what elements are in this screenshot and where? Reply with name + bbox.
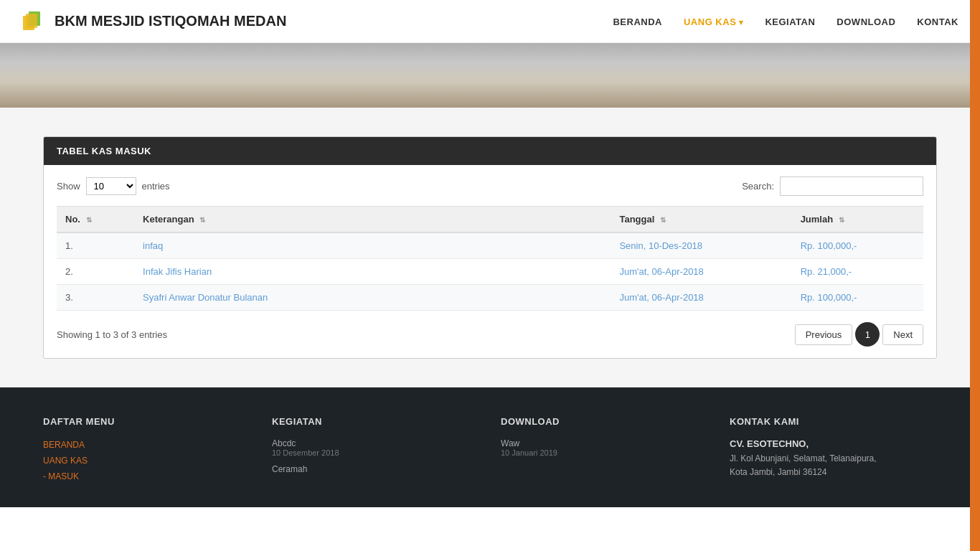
footer-menu-uangkas[interactable]: UANG KAS: [43, 456, 88, 466]
row1-jumlah: Rp. 100,000,-: [792, 232, 923, 259]
row1-keterangan[interactable]: infaq: [134, 232, 611, 259]
orange-sidebar: [970, 0, 980, 507]
footer-grid: DAFTAR MENU BERANDA UANG KAS - MASUK KEG…: [43, 416, 937, 486]
table-card: TABEL KAS MASUK Show 10 25 50 100 entrie…: [43, 136, 937, 359]
row1-no: 1.: [57, 232, 134, 259]
col-no: No. ⇅: [57, 207, 134, 233]
footer-menu-beranda[interactable]: BERANDA: [43, 440, 85, 450]
footer-download-1: Waw 10 Januari 2019: [501, 438, 708, 457]
dt-footer: Showing 1 to 3 of 3 entries Previous 1 N…: [57, 322, 923, 347]
footer-kontak-name: CV. ESOTECHNO,: [730, 438, 937, 449]
sort-icon-no[interactable]: ⇅: [86, 216, 92, 224]
row2-keterangan[interactable]: Infak Jifis Harian: [134, 259, 611, 285]
table-title: TABEL KAS MASUK: [57, 146, 151, 156]
table-header-row: No. ⇅ Keterangan ⇅ Tanggal ⇅ Jumlah: [57, 207, 923, 233]
dt-search-wrapper: Search:: [742, 176, 923, 196]
show-label: Show: [57, 181, 80, 192]
footer-event-1-title: Abcdc: [272, 438, 479, 448]
footer-menu-title: DAFTAR MENU: [43, 416, 250, 427]
row2-jumlah: Rp. 21,000,-: [792, 259, 923, 285]
footer-download-1-date: 10 Januari 2019: [501, 448, 708, 457]
footer-menu-item: UANG KAS: [43, 454, 250, 466]
nav-uang-kas[interactable]: UANG KAS: [684, 17, 743, 27]
footer-kegiatan-col: KEGIATAN Abcdc 10 Desember 2018 Ceramah: [272, 416, 479, 486]
brand-logo[interactable]: BKM MESJID ISTIQOMAH MEDAN: [22, 9, 286, 34]
next-button[interactable]: Next: [882, 324, 923, 345]
row3-tanggal: Jum'at, 06-Apr-2018: [611, 285, 791, 311]
row3-keterangan[interactable]: Syafri Anwar Donatur Bulanan: [134, 285, 611, 311]
sort-icon-keterangan[interactable]: ⇅: [199, 216, 205, 224]
nav-download[interactable]: DOWNLOAD: [837, 17, 895, 27]
dt-info: Showing 1 to 3 of 3 entries: [57, 329, 167, 340]
search-label: Search:: [742, 181, 774, 192]
col-jumlah: Jumlah ⇅: [792, 207, 923, 233]
table-card-body: Show 10 25 50 100 entries Search:: [44, 165, 936, 358]
entries-select[interactable]: 10 25 50 100: [86, 177, 136, 195]
site-footer: DAFTAR MENU BERANDA UANG KAS - MASUK KEG…: [0, 387, 980, 507]
footer-menu-item: - MASUK: [43, 470, 250, 481]
nav-beranda[interactable]: BERANDA: [613, 17, 662, 27]
footer-kontak-title: KONTAK KAMI: [730, 416, 937, 427]
row2-tanggal: Jum'at, 06-Apr-2018: [611, 259, 791, 285]
svg-rect-2: [26, 14, 37, 28]
table-row: 3. Syafri Anwar Donatur Bulanan Jum'at, …: [57, 285, 923, 311]
footer-menu-item: BERANDA: [43, 438, 250, 450]
entries-label: entries: [142, 181, 170, 192]
col-keterangan: Keterangan ⇅: [134, 207, 611, 233]
table-row: 1. infaq Senin, 10-Des-2018 Rp. 100,000,…: [57, 232, 923, 259]
footer-kegiatan-title: KEGIATAN: [272, 416, 479, 427]
footer-event-2: Ceramah: [272, 464, 479, 474]
footer-event-1: Abcdc 10 Desember 2018: [272, 438, 479, 457]
pagination: Previous 1 Next: [795, 322, 923, 347]
footer-menu-masuk[interactable]: - MASUK: [43, 471, 79, 481]
dt-show-wrapper: Show 10 25 50 100 entries: [57, 177, 170, 195]
data-table: No. ⇅ Keterangan ⇅ Tanggal ⇅ Jumlah: [57, 206, 923, 311]
logo-icon: [22, 9, 47, 34]
row2-no: 2.: [57, 259, 134, 285]
footer-kontak-address: Jl. Kol Abunjani, Selamat, Telanaipura,K…: [730, 452, 937, 479]
search-input[interactable]: [780, 176, 923, 196]
dt-controls: Show 10 25 50 100 entries Search:: [57, 176, 923, 196]
table-row: 2. Infak Jifis Harian Jum'at, 06-Apr-201…: [57, 259, 923, 285]
row3-jumlah: Rp. 100,000,-: [792, 285, 923, 311]
footer-download-col: DOWNLOAD Waw 10 Januari 2019: [501, 416, 708, 486]
nav-links: BERANDA UANG KAS KEGIATAN DOWNLOAD KONTA…: [613, 16, 958, 27]
footer-download-title: DOWNLOAD: [501, 416, 708, 427]
table-body: 1. infaq Senin, 10-Des-2018 Rp. 100,000,…: [57, 232, 923, 311]
footer-menu-col: DAFTAR MENU BERANDA UANG KAS - MASUK: [43, 416, 250, 486]
main-content: TABEL KAS MASUK Show 10 25 50 100 entrie…: [0, 108, 980, 387]
nav-kegiatan[interactable]: KEGIATAN: [765, 17, 815, 27]
footer-download-1-title: Waw: [501, 438, 708, 448]
sort-icon-jumlah[interactable]: ⇅: [839, 216, 844, 224]
footer-event-1-date: 10 Desember 2018: [272, 448, 479, 457]
footer-event-2-title: Ceramah: [272, 464, 479, 474]
prev-button[interactable]: Previous: [795, 324, 853, 345]
table-card-header: TABEL KAS MASUK: [44, 137, 936, 165]
footer-menu-list: BERANDA UANG KAS - MASUK: [43, 438, 250, 481]
brand-name: BKM MESJID ISTIQOMAH MEDAN: [55, 13, 286, 29]
table-head: No. ⇅ Keterangan ⇅ Tanggal ⇅ Jumlah: [57, 207, 923, 233]
footer-kontak-col: KONTAK KAMI CV. ESOTECHNO, Jl. Kol Abunj…: [730, 416, 937, 486]
row3-no: 3.: [57, 285, 134, 311]
navbar: BKM MESJID ISTIQOMAH MEDAN BERANDA UANG …: [0, 0, 980, 43]
nav-kontak[interactable]: KONTAK: [917, 17, 958, 27]
col-tanggal: Tanggal ⇅: [611, 207, 791, 233]
hero-image: [0, 43, 980, 108]
page-1-button[interactable]: 1: [855, 322, 880, 347]
row1-tanggal: Senin, 10-Des-2018: [611, 232, 791, 259]
sort-icon-tanggal[interactable]: ⇅: [660, 216, 666, 224]
